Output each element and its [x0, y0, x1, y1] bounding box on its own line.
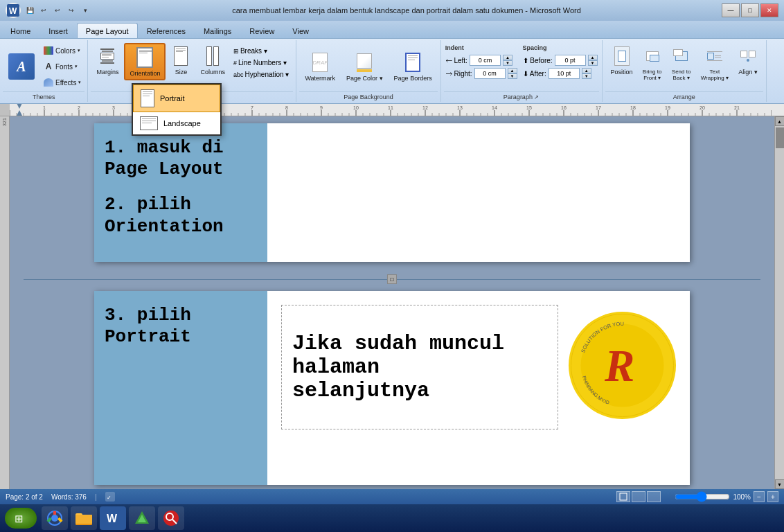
svg-text:R: R	[604, 341, 634, 391]
page2-content: Jika sudah muncul halamanselanjutnya R	[267, 291, 690, 485]
zoom-out-btn[interactable]: −	[754, 491, 765, 502]
page-color-button[interactable]: Page Color ▾	[342, 49, 387, 84]
margins-label: Margins	[96, 69, 118, 76]
close-btn[interactable]: ✕	[760, 3, 778, 17]
page-1: 1. masuk diPage Layout 2. pilihOrientati…	[94, 123, 690, 262]
tab-review[interactable]: Review	[240, 23, 283, 38]
left-indent-input[interactable]	[470, 55, 501, 66]
word-icon: W	[6, 3, 21, 18]
before-spacing-spinner[interactable]: ▲ ▼	[588, 55, 598, 66]
hyphenation-button[interactable]: abc Hyphenation ▾	[231, 69, 292, 80]
landscape-option[interactable]: Landscape	[133, 112, 220, 134]
tab-mailings[interactable]: Mailings	[195, 23, 240, 38]
effects-button[interactable]: Effects ▾	[42, 75, 83, 90]
tab-page-layout[interactable]: Page Layout	[77, 23, 138, 38]
vertical-scrollbar[interactable]: ▲ ▼	[774, 116, 784, 489]
tab-references[interactable]: References	[138, 23, 195, 38]
after-spacing-spinner[interactable]: ▲ ▼	[582, 68, 591, 79]
green-app[interactable]	[129, 506, 155, 530]
paragraph-arrow[interactable]: ↗	[534, 94, 539, 100]
logo-circle: R SOLUTION FOR YOU PHINRANG.MY.ID	[569, 312, 676, 419]
size-button[interactable]: Size	[167, 43, 195, 78]
tab-view[interactable]: View	[283, 23, 318, 38]
before-spacing-input[interactable]	[555, 55, 586, 66]
svg-text:21: 21	[734, 105, 740, 110]
after-up[interactable]: ▲	[582, 68, 591, 73]
annotation-sidebar-2: 3. pilih Portrait	[94, 291, 267, 485]
margins-button[interactable]: Margins	[92, 43, 123, 78]
watermark-button[interactable]: DRAF Watermark	[301, 49, 339, 84]
page-status: Page: 2 of 2	[6, 493, 43, 501]
minimize-btn[interactable]: —	[722, 3, 740, 17]
align-label: Align ▾	[738, 69, 758, 76]
svg-text:2: 2	[78, 105, 80, 110]
page-background-label: Page Background	[299, 91, 437, 100]
start-button[interactable]: ⊞	[3, 506, 39, 530]
portrait-option[interactable]: Portrait	[133, 85, 220, 112]
svg-text:19: 19	[665, 105, 670, 110]
right-indent-spinner[interactable]: ▲ ▼	[508, 68, 517, 79]
ribbon: Home Insert Page Layout References Maili…	[0, 21, 784, 104]
word-app[interactable]: W	[100, 506, 126, 530]
after-down[interactable]: ▼	[582, 73, 591, 79]
before-up[interactable]: ▲	[588, 55, 598, 60]
themes-group-label: Themes	[3, 91, 84, 100]
print-layout-btn[interactable]	[616, 491, 630, 502]
scroll-down-btn[interactable]: ▼	[775, 479, 785, 489]
full-screen-btn[interactable]	[632, 491, 645, 502]
step2-text: 2. pilihOrientation	[105, 194, 257, 237]
right-indent-down[interactable]: ▼	[508, 73, 517, 79]
left-indent-down[interactable]: ▼	[503, 60, 513, 66]
colors-button[interactable]: Colors ▾	[42, 43, 83, 58]
fonts-label: Fonts	[55, 63, 73, 71]
scroll-up-btn[interactable]: ▲	[775, 116, 785, 126]
page-break-marker[interactable]: □	[387, 274, 397, 284]
right-indent-input[interactable]	[474, 68, 506, 79]
web-layout-btn[interactable]	[647, 491, 661, 502]
left-indent-up[interactable]: ▲	[503, 55, 513, 60]
undo-btn[interactable]: ↩	[37, 4, 50, 17]
zoom-slider[interactable]	[675, 493, 730, 501]
window-controls: — □ ✕	[722, 3, 778, 17]
send-to-back-label: Send toBack ▾	[672, 69, 691, 81]
fonts-button[interactable]: A Fonts ▾	[42, 59, 83, 74]
left-indent-label: 🡐 Left:	[445, 57, 467, 64]
search-app[interactable]	[158, 506, 184, 530]
before-down[interactable]: ▼	[588, 60, 598, 66]
columns-button[interactable]: Columns	[196, 43, 229, 78]
quick-access-toolbar: 💾 ↩ ↩ ↪ ▾	[24, 4, 91, 17]
landscape-label: Landscape	[163, 119, 201, 127]
logo-svg: R SOLUTION FOR YOU PHINRANG.MY.ID	[569, 312, 676, 419]
breaks-button[interactable]: ⊞ Breaks ▾	[231, 46, 292, 56]
svg-text:18: 18	[630, 105, 636, 110]
dropdown-qa-btn[interactable]: ▾	[79, 4, 91, 17]
save-quick-btn[interactable]: 💾	[24, 4, 36, 17]
after-spacing-input[interactable]	[549, 68, 580, 79]
tab-bar: Home Insert Page Layout References Maili…	[0, 21, 784, 38]
send-to-back-button[interactable]: Send toBack ▾	[668, 43, 695, 83]
document-scroll-area[interactable]: 1. masuk diPage Layout 2. pilihOrientati…	[10, 116, 774, 489]
position-button[interactable]: Position	[607, 43, 637, 78]
maximize-btn[interactable]: □	[741, 3, 759, 17]
svg-text:11: 11	[388, 105, 393, 110]
folder-app[interactable]	[71, 506, 97, 530]
chrome-app[interactable]	[42, 506, 68, 530]
bring-to-front-button[interactable]: Bring toFront ▾	[639, 43, 666, 83]
tab-home[interactable]: Home	[1, 23, 39, 38]
text-wrapping-button[interactable]: TextWrapping ▾	[697, 43, 733, 83]
zoom-in-btn[interactable]: +	[767, 491, 778, 502]
undo-arrow-btn[interactable]: ↩	[51, 4, 64, 17]
redo-btn[interactable]: ↪	[65, 4, 78, 17]
themes-button[interactable]: A	[4, 51, 39, 82]
columns-label: Columns	[200, 69, 225, 76]
scroll-thumb[interactable]	[776, 127, 784, 148]
align-button[interactable]: Align ▾	[734, 43, 762, 78]
tab-insert[interactable]: Insert	[39, 23, 77, 38]
right-indent-up[interactable]: ▲	[508, 68, 517, 73]
bring-to-front-label: Bring toFront ▾	[643, 69, 662, 81]
line-numbers-button[interactable]: # Line Numbers ▾	[231, 57, 292, 68]
page-borders-button[interactable]: Page Borders	[390, 49, 436, 84]
orientation-button[interactable]: Orientation	[124, 43, 166, 80]
line-numbers-label: Line Numbers ▾	[238, 59, 287, 66]
left-indent-spinner[interactable]: ▲ ▼	[503, 55, 513, 66]
